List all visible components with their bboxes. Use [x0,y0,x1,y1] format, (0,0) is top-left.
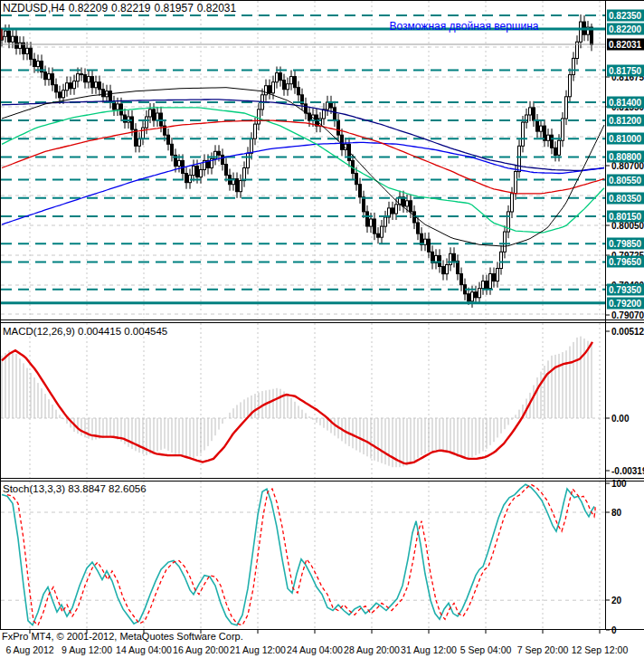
time-axis[interactable] [0,630,644,658]
stoch-pane-canvas[interactable] [0,482,606,629]
mt4-chart-window: 0.816750.813500.807000.800500.797250.794… [0,0,644,658]
price-pane-canvas[interactable] [0,0,606,319]
macd-pane-canvas[interactable] [0,323,606,478]
price-axis[interactable] [606,0,644,629]
